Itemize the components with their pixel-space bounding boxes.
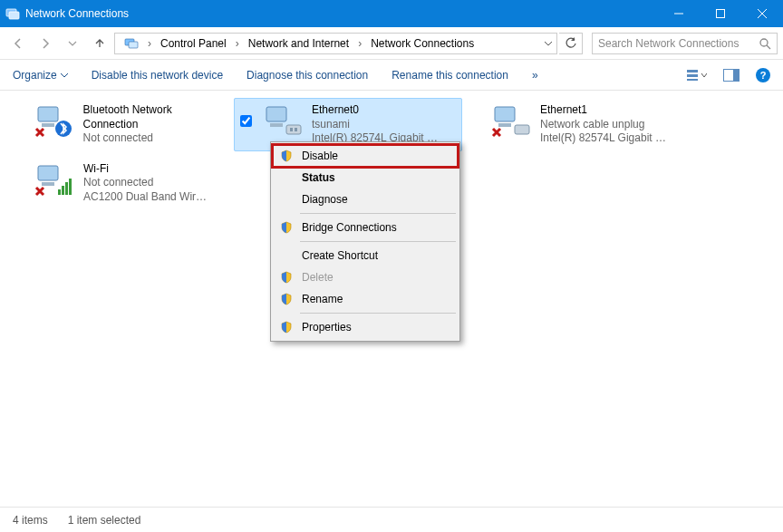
search-icon — [759, 37, 771, 50]
context-menu-label: Bridge Connections — [302, 221, 397, 234]
back-button[interactable] — [5, 31, 31, 56]
connection-adapter: AC1200 Dual Band Wir… — [83, 190, 207, 205]
maximize-button[interactable] — [700, 0, 741, 27]
svg-rect-15 — [38, 107, 58, 121]
shield-icon — [278, 271, 295, 284]
connection-adapter: Intel(R) 82574L Gigabit … — [540, 131, 666, 146]
context-menu-label: Rename — [302, 293, 343, 305]
content-area: Bluetooth Network Connection Not connect… — [0, 91, 783, 503]
preview-pane-button[interactable] — [723, 69, 740, 82]
shield-icon — [278, 150, 295, 162]
close-button[interactable] — [741, 0, 783, 27]
context-menu-item-properties[interactable]: Properties — [273, 316, 458, 338]
breadcrumb-control-panel[interactable]: Control Panel — [155, 35, 232, 52]
item-checkbox[interactable] — [9, 162, 25, 171]
context-menu: DisableStatusDiagnoseBridge ConnectionsC… — [270, 141, 460, 342]
help-button[interactable]: ? — [756, 68, 770, 82]
connection-name: Ethernet1 — [540, 103, 666, 118]
toolbar-overflow-button[interactable]: » — [532, 69, 538, 82]
context-menu-label: Delete — [302, 271, 334, 284]
breadcrumb-network-internet[interactable]: Network and Internet — [243, 35, 354, 52]
chevron-down-icon — [61, 72, 68, 79]
context-menu-separator — [300, 313, 456, 314]
app-icon — [0, 6, 25, 21]
connection-name: Ethernet0 — [312, 103, 438, 118]
status-selected-count: 1 item selected — [68, 514, 141, 527]
context-menu-label: Disable — [302, 150, 338, 162]
svg-rect-25 — [270, 123, 283, 127]
status-item-count: 4 items — [13, 514, 48, 527]
chevron-right-icon[interactable]: › — [356, 37, 363, 50]
connection-status: tsunami — [312, 118, 438, 132]
context-menu-item-disable[interactable]: Disable — [273, 145, 458, 167]
window-title: Network Connections — [25, 7, 658, 20]
organize-menu[interactable]: Organize — [13, 69, 68, 82]
connection-status: Not connected — [83, 176, 207, 190]
command-bar: Organize Disable this network device Dia… — [0, 60, 783, 91]
svg-rect-29 — [495, 107, 515, 121]
window-titlebar: Network Connections — [0, 0, 783, 27]
view-options-button[interactable] — [687, 69, 707, 82]
connection-status: Network cable unplug — [540, 118, 666, 132]
item-checkbox[interactable] — [466, 103, 482, 112]
shield-icon — [278, 321, 295, 334]
item-checkbox[interactable] — [237, 103, 254, 130]
breadcrumb-root-icon[interactable] — [119, 34, 144, 53]
context-menu-item-create-shortcut[interactable]: Create Shortcut — [273, 245, 458, 266]
svg-rect-16 — [42, 123, 54, 127]
connection-name: Wi-Fi — [83, 162, 207, 177]
svg-rect-18 — [38, 166, 58, 180]
breadcrumb-network-connections[interactable]: Network Connections — [365, 35, 479, 52]
wifi-connection-icon — [33, 162, 76, 198]
address-dropdown-icon[interactable] — [544, 39, 553, 48]
connection-name: Bluetooth Network Connection — [83, 103, 227, 131]
svg-rect-7 — [129, 42, 138, 48]
search-placeholder: Search Network Connections — [598, 37, 771, 50]
context-menu-item-status[interactable]: Status — [273, 167, 458, 189]
connection-item-wifi[interactable]: Wi-Fi Not connected AC1200 Dual Band Wir… — [5, 157, 234, 210]
svg-rect-11 — [687, 74, 698, 77]
rename-connection-button[interactable]: Rename this connection — [392, 69, 508, 82]
status-bar: 4 items 1 item selected — [0, 507, 783, 532]
connection-item-ethernet1[interactable]: Ethernet1 Network cable unplug Intel(R) … — [462, 98, 691, 151]
breadcrumb[interactable]: › Control Panel › Network and Internet ›… — [114, 33, 557, 54]
svg-rect-14 — [733, 70, 739, 81]
svg-rect-1 — [9, 12, 19, 19]
context-menu-separator — [300, 213, 456, 214]
item-checkbox[interactable] — [9, 103, 25, 112]
svg-rect-28 — [295, 128, 297, 131]
svg-rect-19 — [42, 182, 54, 186]
shield-icon — [278, 293, 295, 305]
context-menu-label: Properties — [302, 321, 352, 334]
connection-item-bluetooth[interactable]: Bluetooth Network Connection Not connect… — [5, 98, 234, 151]
disable-device-button[interactable]: Disable this network device — [92, 69, 223, 82]
svg-line-9 — [767, 45, 770, 49]
context-menu-item-rename[interactable]: Rename — [273, 288, 458, 310]
context-menu-item-diagnose[interactable]: Diagnose — [273, 189, 458, 210]
context-menu-separator — [300, 241, 456, 242]
svg-rect-24 — [266, 107, 286, 121]
recent-locations-dropdown[interactable] — [60, 31, 85, 56]
diagnose-connection-button[interactable]: Diagnose this connection — [246, 69, 368, 82]
context-menu-item-bridge-connections[interactable]: Bridge Connections — [273, 217, 458, 238]
context-menu-label: Diagnose — [302, 193, 348, 206]
search-input[interactable]: Search Network Connections — [592, 33, 778, 54]
refresh-button[interactable] — [559, 33, 583, 54]
context-menu-item-delete: Delete — [273, 266, 458, 288]
svg-point-8 — [760, 39, 768, 46]
svg-rect-23 — [69, 179, 72, 195]
bluetooth-connection-icon — [33, 103, 76, 140]
forward-button[interactable] — [33, 31, 58, 56]
context-menu-label: Status — [302, 171, 335, 184]
connection-status: Not connected — [83, 131, 227, 146]
svg-rect-27 — [290, 128, 293, 131]
context-menu-label: Create Shortcut — [302, 249, 378, 262]
chevron-right-icon[interactable]: › — [234, 37, 241, 50]
up-button[interactable] — [87, 31, 112, 56]
svg-rect-26 — [286, 125, 301, 134]
ethernet-connection-icon — [261, 103, 304, 140]
svg-rect-22 — [65, 182, 68, 195]
minimize-button[interactable] — [658, 0, 700, 27]
svg-rect-30 — [498, 123, 511, 127]
chevron-right-icon[interactable]: › — [146, 37, 153, 50]
